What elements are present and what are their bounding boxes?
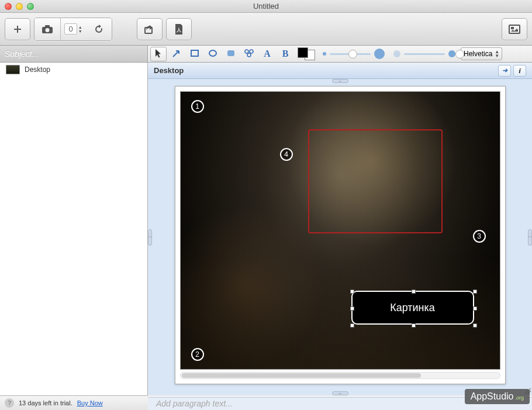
svg-rect-1 — [45, 25, 50, 27]
annotation-marker[interactable]: 1 — [191, 100, 204, 113]
annotation-marker[interactable]: 2 — [191, 348, 204, 361]
screenshot-image[interactable]: 1432Картинка — [180, 91, 500, 370]
annotation-marker[interactable]: 3 — [473, 230, 486, 243]
svg-rect-7 — [191, 50, 198, 56]
window-title: Untitled — [0, 2, 532, 11]
refresh-button[interactable] — [86, 18, 112, 40]
main-toolbar: 0 ▲▼ 人 — [0, 13, 532, 46]
trial-status-text: 13 days left in trial. — [19, 399, 72, 406]
selection-handle[interactable] — [350, 306, 354, 311]
dot-faint-icon — [393, 50, 400, 57]
svg-text:人: 人 — [176, 27, 182, 33]
select-tool[interactable] — [150, 47, 167, 61]
selection-handle[interactable] — [473, 290, 477, 294]
pdf-icon: 人 — [174, 23, 184, 35]
share-button[interactable] — [137, 18, 163, 40]
rect-tool[interactable] — [186, 47, 203, 61]
subject-field-container — [0, 46, 148, 62]
stroke-width-slider[interactable] — [323, 49, 385, 59]
add-button[interactable] — [5, 18, 30, 40]
callout-tool[interactable] — [241, 47, 257, 61]
cursor-icon — [154, 49, 163, 60]
sidebar-item-desktop[interactable]: Desktop — [0, 63, 147, 77]
watermark: AppStudio .org — [465, 389, 530, 404]
sub-toolbar-row: A B Helvetica ▲▼ — [0, 46, 532, 63]
plus-icon — [13, 25, 22, 34]
pane-grip-bottom[interactable]: ═ — [332, 391, 348, 395]
callout-icon — [244, 49, 254, 60]
subject-input[interactable] — [5, 49, 143, 58]
svg-rect-9 — [227, 50, 234, 56]
color-swatch[interactable] — [298, 47, 315, 60]
camera-button[interactable] — [34, 18, 60, 40]
text-tool[interactable]: A — [259, 47, 275, 61]
selection-handle[interactable] — [412, 323, 416, 328]
capture-counter: 0 ▲▼ — [60, 18, 86, 40]
document-header: Desktop ➜ i — [148, 63, 532, 79]
pane-grip-left[interactable]: ║ — [148, 229, 152, 246]
body: Desktop Desktop ➜ i ═ ═ ║ ║ 1432Картинка — [0, 63, 532, 395]
font-select[interactable]: Helvetica ▲▼ — [461, 47, 502, 60]
buy-now-link[interactable]: Buy Now — [77, 399, 103, 406]
counter-value: 0 — [64, 23, 77, 35]
svg-point-8 — [209, 50, 216, 56]
annotation-callout[interactable]: Картинка — [351, 291, 474, 325]
info-button[interactable]: i — [513, 65, 526, 77]
dot-small-icon — [323, 52, 326, 56]
stroke-color-icon — [298, 47, 308, 58]
bold-tool[interactable]: B — [277, 47, 293, 61]
svg-point-11 — [250, 50, 253, 53]
rounded-rect-icon — [226, 49, 236, 60]
editor-pane: Desktop ➜ i ═ ═ ║ ║ 1432Картинка — [148, 63, 532, 395]
pane-grip-right[interactable]: ║ — [528, 229, 532, 246]
canvas-area: ═ ═ ║ ║ 1432Картинка — [148, 79, 532, 395]
annotation-rectangle[interactable] — [308, 129, 443, 233]
sidebar: Desktop — [0, 63, 148, 395]
select-arrows-icon: ▲▼ — [495, 50, 499, 58]
bold-icon: B — [282, 49, 289, 59]
pane-grip-top[interactable]: ═ — [332, 79, 348, 83]
help-icon[interactable]: ? — [5, 398, 14, 408]
annotation-toolbar: A B Helvetica ▲▼ — [148, 46, 532, 62]
selection-handle[interactable] — [473, 323, 477, 328]
goto-arrow-icon: ➜ — [502, 67, 507, 74]
selection-handle[interactable] — [350, 323, 354, 328]
info-icon: i — [519, 67, 520, 74]
zoom-icon[interactable] — [27, 3, 34, 10]
window-controls — [5, 3, 34, 10]
svg-rect-6 — [511, 27, 514, 29]
pdf-button[interactable]: 人 — [166, 18, 192, 40]
camera-icon — [42, 25, 53, 34]
annotation-marker[interactable]: 4 — [280, 148, 293, 161]
arrow-icon — [172, 49, 181, 60]
goto-button[interactable]: ➜ — [498, 65, 511, 77]
canvas-scrollbar[interactable] — [180, 372, 500, 379]
svg-point-12 — [247, 53, 251, 57]
opacity-slider[interactable] — [393, 50, 455, 57]
library-button[interactable] — [502, 18, 527, 40]
status-bar: ? 13 days left in trial. Buy Now — [0, 395, 148, 410]
document-title: Desktop — [154, 66, 184, 75]
sidebar-item-label: Desktop — [25, 66, 50, 74]
selection-handle[interactable] — [350, 290, 354, 294]
watermark-tld: .org — [514, 395, 524, 401]
counter-stepper[interactable]: ▲▼ — [78, 25, 82, 33]
refresh-icon — [94, 24, 104, 35]
dot-large-icon — [374, 49, 385, 59]
share-icon — [144, 24, 156, 35]
close-icon[interactable] — [5, 3, 12, 10]
dot-solid-icon — [448, 50, 455, 57]
svg-point-10 — [245, 50, 248, 53]
svg-rect-5 — [509, 25, 520, 33]
rectangle-icon — [190, 49, 199, 60]
selection-handle[interactable] — [412, 290, 416, 294]
ellipse-tool[interactable] — [205, 47, 221, 61]
arrow-tool[interactable] — [168, 47, 185, 61]
svg-point-2 — [46, 28, 50, 32]
callout-text: Картинка — [390, 302, 435, 314]
capture-group: 0 ▲▼ — [34, 18, 112, 41]
minimize-icon[interactable] — [16, 3, 23, 10]
rounded-rect-tool[interactable] — [223, 47, 239, 61]
image-library-icon — [509, 25, 520, 34]
selection-handle[interactable] — [473, 306, 477, 311]
